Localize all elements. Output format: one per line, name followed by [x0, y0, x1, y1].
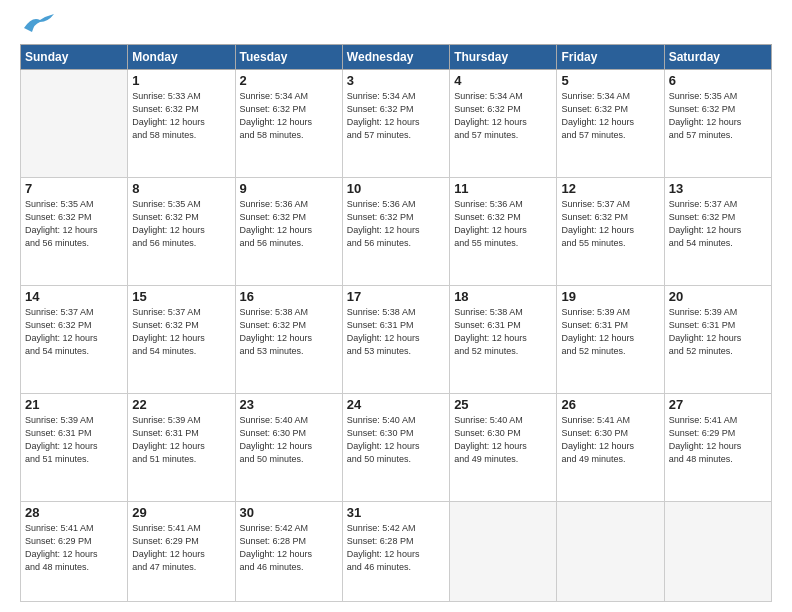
day-info: Sunrise: 5:41 AM Sunset: 6:30 PM Dayligh…: [561, 414, 659, 466]
day-number: 30: [240, 505, 338, 520]
calendar-cell: 31Sunrise: 5:42 AM Sunset: 6:28 PM Dayli…: [342, 501, 449, 601]
calendar-cell: 2Sunrise: 5:34 AM Sunset: 6:32 PM Daylig…: [235, 70, 342, 178]
day-info: Sunrise: 5:39 AM Sunset: 6:31 PM Dayligh…: [132, 414, 230, 466]
weekday-header-monday: Monday: [128, 45, 235, 70]
day-number: 21: [25, 397, 123, 412]
calendar-cell: 12Sunrise: 5:37 AM Sunset: 6:32 PM Dayli…: [557, 177, 664, 285]
day-number: 7: [25, 181, 123, 196]
calendar-cell: 26Sunrise: 5:41 AM Sunset: 6:30 PM Dayli…: [557, 393, 664, 501]
day-info: Sunrise: 5:38 AM Sunset: 6:31 PM Dayligh…: [454, 306, 552, 358]
calendar-cell: 6Sunrise: 5:35 AM Sunset: 6:32 PM Daylig…: [664, 70, 771, 178]
calendar-cell: 18Sunrise: 5:38 AM Sunset: 6:31 PM Dayli…: [450, 285, 557, 393]
calendar-cell: [21, 70, 128, 178]
calendar-cell: 14Sunrise: 5:37 AM Sunset: 6:32 PM Dayli…: [21, 285, 128, 393]
calendar-cell: 4Sunrise: 5:34 AM Sunset: 6:32 PM Daylig…: [450, 70, 557, 178]
logo: [20, 18, 54, 36]
week-row-1: 1Sunrise: 5:33 AM Sunset: 6:32 PM Daylig…: [21, 70, 772, 178]
day-number: 3: [347, 73, 445, 88]
day-number: 12: [561, 181, 659, 196]
day-info: Sunrise: 5:37 AM Sunset: 6:32 PM Dayligh…: [669, 198, 767, 250]
calendar-cell: 15Sunrise: 5:37 AM Sunset: 6:32 PM Dayli…: [128, 285, 235, 393]
calendar-cell: 11Sunrise: 5:36 AM Sunset: 6:32 PM Dayli…: [450, 177, 557, 285]
calendar-cell: 3Sunrise: 5:34 AM Sunset: 6:32 PM Daylig…: [342, 70, 449, 178]
day-info: Sunrise: 5:40 AM Sunset: 6:30 PM Dayligh…: [454, 414, 552, 466]
day-number: 1: [132, 73, 230, 88]
day-info: Sunrise: 5:38 AM Sunset: 6:32 PM Dayligh…: [240, 306, 338, 358]
day-info: Sunrise: 5:37 AM Sunset: 6:32 PM Dayligh…: [25, 306, 123, 358]
day-number: 28: [25, 505, 123, 520]
day-number: 16: [240, 289, 338, 304]
day-number: 23: [240, 397, 338, 412]
day-number: 29: [132, 505, 230, 520]
calendar-cell: [664, 501, 771, 601]
day-number: 18: [454, 289, 552, 304]
day-info: Sunrise: 5:36 AM Sunset: 6:32 PM Dayligh…: [347, 198, 445, 250]
calendar-cell: 27Sunrise: 5:41 AM Sunset: 6:29 PM Dayli…: [664, 393, 771, 501]
day-number: 2: [240, 73, 338, 88]
day-number: 8: [132, 181, 230, 196]
weekday-header-friday: Friday: [557, 45, 664, 70]
weekday-header-thursday: Thursday: [450, 45, 557, 70]
day-number: 31: [347, 505, 445, 520]
header: [20, 18, 772, 36]
day-info: Sunrise: 5:34 AM Sunset: 6:32 PM Dayligh…: [240, 90, 338, 142]
calendar-table: SundayMondayTuesdayWednesdayThursdayFrid…: [20, 44, 772, 602]
calendar-cell: 10Sunrise: 5:36 AM Sunset: 6:32 PM Dayli…: [342, 177, 449, 285]
day-info: Sunrise: 5:40 AM Sunset: 6:30 PM Dayligh…: [240, 414, 338, 466]
calendar-cell: 17Sunrise: 5:38 AM Sunset: 6:31 PM Dayli…: [342, 285, 449, 393]
calendar-cell: [557, 501, 664, 601]
day-number: 6: [669, 73, 767, 88]
weekday-header-wednesday: Wednesday: [342, 45, 449, 70]
day-info: Sunrise: 5:41 AM Sunset: 6:29 PM Dayligh…: [669, 414, 767, 466]
calendar-cell: 9Sunrise: 5:36 AM Sunset: 6:32 PM Daylig…: [235, 177, 342, 285]
day-number: 19: [561, 289, 659, 304]
day-info: Sunrise: 5:42 AM Sunset: 6:28 PM Dayligh…: [240, 522, 338, 574]
day-number: 14: [25, 289, 123, 304]
calendar-cell: [450, 501, 557, 601]
day-info: Sunrise: 5:41 AM Sunset: 6:29 PM Dayligh…: [132, 522, 230, 574]
week-row-2: 7Sunrise: 5:35 AM Sunset: 6:32 PM Daylig…: [21, 177, 772, 285]
calendar-cell: 23Sunrise: 5:40 AM Sunset: 6:30 PM Dayli…: [235, 393, 342, 501]
calendar-cell: 25Sunrise: 5:40 AM Sunset: 6:30 PM Dayli…: [450, 393, 557, 501]
day-info: Sunrise: 5:34 AM Sunset: 6:32 PM Dayligh…: [561, 90, 659, 142]
calendar-cell: 7Sunrise: 5:35 AM Sunset: 6:32 PM Daylig…: [21, 177, 128, 285]
day-number: 4: [454, 73, 552, 88]
logo-bird-icon: [24, 14, 54, 32]
day-number: 22: [132, 397, 230, 412]
day-info: Sunrise: 5:38 AM Sunset: 6:31 PM Dayligh…: [347, 306, 445, 358]
day-number: 24: [347, 397, 445, 412]
weekday-header-sunday: Sunday: [21, 45, 128, 70]
calendar-cell: 24Sunrise: 5:40 AM Sunset: 6:30 PM Dayli…: [342, 393, 449, 501]
day-number: 9: [240, 181, 338, 196]
day-number: 25: [454, 397, 552, 412]
day-info: Sunrise: 5:35 AM Sunset: 6:32 PM Dayligh…: [132, 198, 230, 250]
calendar-cell: 5Sunrise: 5:34 AM Sunset: 6:32 PM Daylig…: [557, 70, 664, 178]
week-row-3: 14Sunrise: 5:37 AM Sunset: 6:32 PM Dayli…: [21, 285, 772, 393]
day-info: Sunrise: 5:36 AM Sunset: 6:32 PM Dayligh…: [240, 198, 338, 250]
calendar-cell: 30Sunrise: 5:42 AM Sunset: 6:28 PM Dayli…: [235, 501, 342, 601]
day-info: Sunrise: 5:34 AM Sunset: 6:32 PM Dayligh…: [454, 90, 552, 142]
day-info: Sunrise: 5:42 AM Sunset: 6:28 PM Dayligh…: [347, 522, 445, 574]
calendar-cell: 13Sunrise: 5:37 AM Sunset: 6:32 PM Dayli…: [664, 177, 771, 285]
calendar-cell: 22Sunrise: 5:39 AM Sunset: 6:31 PM Dayli…: [128, 393, 235, 501]
day-info: Sunrise: 5:35 AM Sunset: 6:32 PM Dayligh…: [25, 198, 123, 250]
day-number: 20: [669, 289, 767, 304]
week-row-4: 21Sunrise: 5:39 AM Sunset: 6:31 PM Dayli…: [21, 393, 772, 501]
day-info: Sunrise: 5:35 AM Sunset: 6:32 PM Dayligh…: [669, 90, 767, 142]
week-row-5: 28Sunrise: 5:41 AM Sunset: 6:29 PM Dayli…: [21, 501, 772, 601]
day-info: Sunrise: 5:39 AM Sunset: 6:31 PM Dayligh…: [25, 414, 123, 466]
calendar-cell: 19Sunrise: 5:39 AM Sunset: 6:31 PM Dayli…: [557, 285, 664, 393]
calendar-cell: 16Sunrise: 5:38 AM Sunset: 6:32 PM Dayli…: [235, 285, 342, 393]
calendar-cell: 21Sunrise: 5:39 AM Sunset: 6:31 PM Dayli…: [21, 393, 128, 501]
weekday-header-tuesday: Tuesday: [235, 45, 342, 70]
day-number: 5: [561, 73, 659, 88]
day-number: 27: [669, 397, 767, 412]
day-info: Sunrise: 5:39 AM Sunset: 6:31 PM Dayligh…: [669, 306, 767, 358]
day-info: Sunrise: 5:37 AM Sunset: 6:32 PM Dayligh…: [561, 198, 659, 250]
day-info: Sunrise: 5:33 AM Sunset: 6:32 PM Dayligh…: [132, 90, 230, 142]
day-number: 10: [347, 181, 445, 196]
day-number: 26: [561, 397, 659, 412]
day-info: Sunrise: 5:37 AM Sunset: 6:32 PM Dayligh…: [132, 306, 230, 358]
day-info: Sunrise: 5:34 AM Sunset: 6:32 PM Dayligh…: [347, 90, 445, 142]
day-info: Sunrise: 5:40 AM Sunset: 6:30 PM Dayligh…: [347, 414, 445, 466]
